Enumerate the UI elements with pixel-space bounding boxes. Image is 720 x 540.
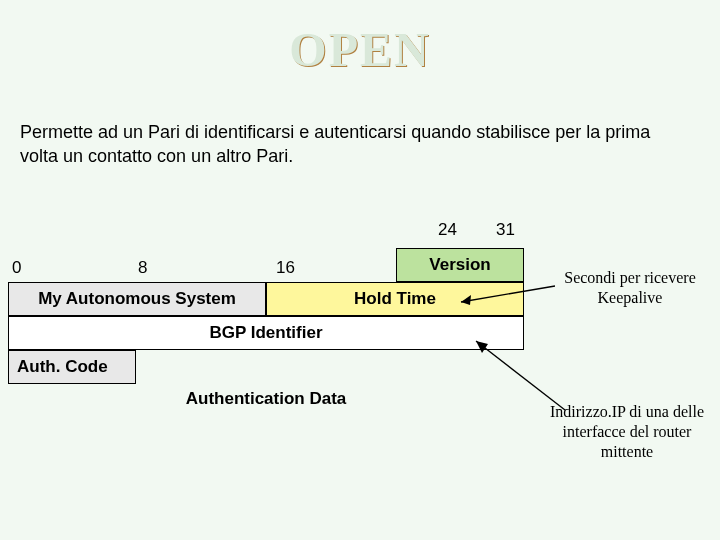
description-text: Permette ad un Pari di identificarsi e a… xyxy=(20,120,690,169)
bit-label-24: 24 xyxy=(438,220,457,240)
svg-line-0 xyxy=(461,286,555,302)
field-version: Version xyxy=(396,248,524,282)
arrow-icon xyxy=(455,280,565,326)
bit-label-0: 0 xyxy=(12,258,21,278)
svg-line-2 xyxy=(476,341,565,410)
slide-title: OPEN xyxy=(0,22,720,77)
packet-diagram: 24 31 Version 0 8 16 My Autonomous Syste… xyxy=(8,220,528,414)
bit-label-8: 8 xyxy=(138,258,147,278)
field-auth-data: Authentication Data xyxy=(8,384,524,414)
field-my-as: My Autonomous System xyxy=(8,282,266,316)
field-bgp-id: BGP Identifier xyxy=(8,316,524,350)
arrow-icon xyxy=(470,335,590,425)
svg-marker-1 xyxy=(461,295,471,305)
bit-label-16: 16 xyxy=(276,258,295,278)
annotation-keepalive: Secondi per ricevere Keepalive xyxy=(545,268,715,308)
bit-label-31: 31 xyxy=(496,220,515,240)
field-auth-code: Auth. Code xyxy=(8,350,136,384)
svg-marker-3 xyxy=(476,341,488,353)
